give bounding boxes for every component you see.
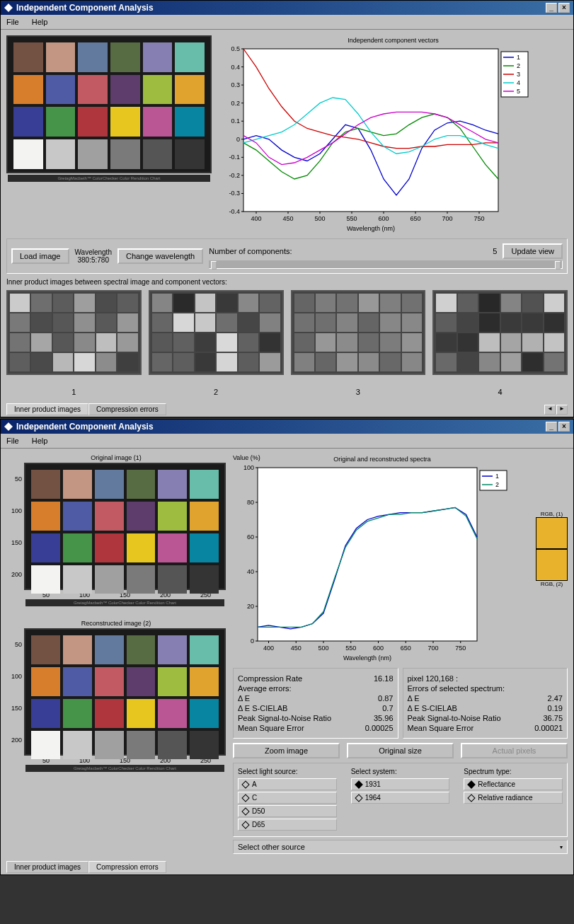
radio-1931[interactable]: 1931	[351, 778, 450, 790]
num-components-value: 5	[493, 247, 497, 255]
radio-d50[interactable]: D50	[238, 805, 337, 817]
svg-text:-0.4: -0.4	[229, 208, 240, 215]
colorchecker-cell	[127, 533, 156, 562]
radio-c[interactable]: C	[238, 792, 337, 804]
colorchecker-cell	[78, 42, 108, 72]
stat-value: 36.75	[543, 714, 563, 722]
titlebar-1[interactable]: Independent Component Analysis _ ×	[1, 1, 573, 15]
rgb-swatch-1	[536, 517, 568, 549]
thumbnail-3[interactable]: 3	[291, 290, 426, 396]
colorchecker-cell	[13, 139, 43, 169]
close-button[interactable]: ×	[558, 3, 570, 13]
titlebar-2[interactable]: Independent Component Analysis _ ×	[1, 420, 573, 434]
thumbnail-row: 1234	[6, 290, 568, 396]
thumbnail-label: 3	[291, 388, 426, 396]
radio-1964[interactable]: 1964	[351, 792, 450, 804]
stat-label: Mean Square Error	[408, 724, 474, 732]
svg-text:4: 4	[517, 79, 520, 86]
colorchecker-cell	[158, 667, 187, 696]
colorchecker-cell	[158, 502, 187, 531]
stat-label: Peak Signal-to-Noise Ratio	[238, 714, 331, 722]
colorchecker-cell	[63, 470, 92, 499]
inner-product-label: Inner product images between spectral im…	[6, 278, 568, 286]
colorchecker-cell	[190, 470, 219, 499]
nav-prev-button[interactable]: ◄	[544, 405, 556, 415]
change-wavelength-button[interactable]: Change wavelength	[117, 248, 203, 264]
colorchecker-cell	[190, 731, 219, 760]
radio-reflectance[interactable]: Reflectance	[464, 778, 563, 790]
colorchecker-panel: GretagMacbeth™ ColorChecker Color Rendit…	[6, 35, 212, 233]
svg-text:700: 700	[442, 215, 452, 222]
colorchecker-cell	[78, 139, 108, 169]
original-image[interactable]	[25, 464, 224, 599]
stat-label: Peak Signal-to-Noise Ratio	[408, 714, 501, 722]
colorchecker-cell	[95, 667, 124, 696]
colorchecker-cell	[127, 699, 156, 728]
colorchecker-cell	[143, 107, 173, 137]
tab-compression-errors[interactable]: Compression errors	[88, 403, 166, 415]
thumbnail-2[interactable]: 2	[149, 290, 284, 396]
svg-text:0: 0	[236, 136, 240, 143]
cc-footer: GretagMacbeth™ ColorChecker Color Rendit…	[25, 599, 224, 606]
svg-text:500: 500	[318, 645, 328, 652]
thumbnail-1[interactable]: 1	[6, 290, 142, 396]
stat-value: 2.47	[548, 694, 563, 703]
select-other-source-dropdown[interactable]: Select other source ▾	[233, 840, 568, 854]
radio-d65[interactable]: D65	[238, 819, 337, 831]
colorchecker-cell	[63, 502, 92, 531]
stat-label: pixel 120,168 :	[408, 674, 459, 683]
minimize-button[interactable]: _	[546, 3, 557, 13]
stat-label: Δ E S-CIELAB	[408, 704, 457, 712]
menu-help[interactable]: Help	[32, 18, 48, 26]
reconstructed-image-title: Reconstructed image (2)	[6, 620, 226, 627]
menu-help[interactable]: Help	[32, 437, 48, 445]
thumbnail-label: 4	[432, 388, 568, 396]
window-title: Independent Component Analysis	[16, 3, 154, 13]
svg-rect-51	[258, 468, 477, 641]
colorchecker-cell	[63, 635, 92, 664]
menubar-1: File Help	[1, 15, 573, 30]
svg-marker-50	[4, 422, 13, 431]
svg-text:750: 750	[473, 215, 484, 222]
y-tick: 100	[6, 673, 22, 680]
colorchecker-footer: GretagMacbeth™ ColorChecker Color Rendit…	[8, 175, 210, 182]
load-image-button[interactable]: Load image	[11, 248, 69, 264]
actual-pixels-button[interactable]: Actual pixels	[461, 743, 568, 758]
close-button[interactable]: ×	[558, 422, 570, 432]
images-column: Original image (1) 50 100 150 200 Gretag…	[6, 454, 226, 854]
colorchecker-cell	[31, 731, 60, 760]
svg-text:700: 700	[427, 645, 438, 652]
radio-relative-radiance[interactable]: Relative radiance	[464, 792, 563, 804]
y-tick: 150	[6, 705, 22, 712]
thumbnail-4[interactable]: 4	[432, 290, 568, 396]
minimize-button[interactable]: _	[546, 422, 557, 432]
svg-text:2: 2	[517, 62, 520, 69]
slider-thumb-right[interactable]	[555, 261, 561, 270]
tab-inner-product[interactable]: Inner product images	[6, 861, 88, 873]
slider-thumb-left[interactable]	[211, 261, 217, 270]
tab-compression-errors[interactable]: Compression errors	[88, 861, 166, 873]
nav-next-button[interactable]: ►	[556, 405, 568, 415]
colorchecker-cell	[31, 565, 60, 594]
svg-text:0.1: 0.1	[231, 117, 240, 125]
menu-file[interactable]: File	[6, 437, 19, 445]
colorchecker-cell	[127, 470, 156, 499]
colorchecker-cell	[95, 533, 124, 562]
wavelength-label: Wavelength	[75, 248, 112, 256]
colorchecker-cell	[95, 470, 124, 499]
tab-inner-product[interactable]: Inner product images	[6, 403, 88, 415]
components-slider[interactable]	[209, 260, 563, 269]
svg-text:60: 60	[247, 533, 254, 541]
update-view-button[interactable]: Update view	[503, 243, 563, 259]
svg-text:450: 450	[291, 645, 302, 652]
original-size-button[interactable]: Original size	[347, 743, 454, 758]
svg-text:1: 1	[517, 54, 520, 61]
zoom-image-button[interactable]: Zoom image	[233, 743, 340, 758]
y-tick: 50	[6, 475, 22, 483]
colorchecker-cell	[158, 731, 187, 760]
menu-file[interactable]: File	[6, 18, 19, 26]
colorchecker-cell	[95, 635, 124, 664]
colorchecker-cell	[158, 470, 187, 499]
radio-a[interactable]: A	[238, 778, 337, 790]
reconstructed-image[interactable]	[25, 630, 224, 765]
